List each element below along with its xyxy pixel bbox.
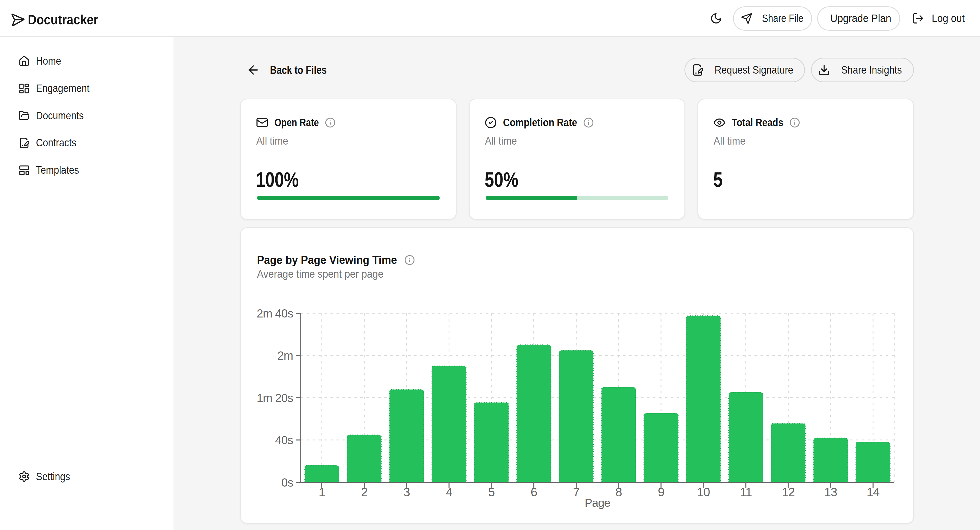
svg-text:2m 40s: 2m 40s [257, 307, 293, 320]
svg-text:13: 13 [824, 485, 837, 499]
svg-text:3: 3 [404, 485, 410, 499]
svg-text:7: 7 [573, 485, 579, 499]
svg-text:10: 10 [697, 485, 710, 499]
svg-text:0s: 0s [281, 476, 293, 489]
svg-text:5: 5 [488, 485, 495, 499]
svg-text:6: 6 [531, 485, 537, 499]
svg-text:40s: 40s [275, 434, 293, 447]
svg-text:14: 14 [867, 485, 880, 499]
svg-text:2: 2 [361, 485, 368, 499]
svg-text:11: 11 [740, 485, 752, 499]
svg-text:12: 12 [782, 485, 795, 499]
svg-text:1: 1 [319, 485, 325, 499]
svg-text:8: 8 [616, 485, 622, 499]
svg-text:4: 4 [446, 485, 452, 499]
svg-text:Page: Page [585, 496, 610, 509]
svg-text:1m 20s: 1m 20s [257, 391, 293, 405]
svg-text:9: 9 [658, 485, 664, 499]
svg-text:2m: 2m [277, 350, 293, 362]
